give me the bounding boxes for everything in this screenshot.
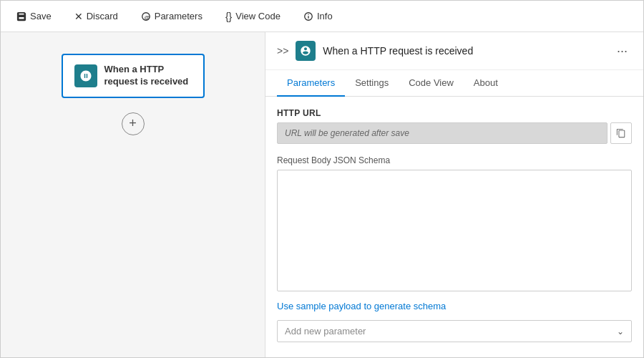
schema-textarea[interactable] xyxy=(277,170,632,291)
tab-parameters[interactable]: Parameters xyxy=(277,70,345,97)
info-button[interactable]: Info xyxy=(299,8,337,24)
add-parameter-text: Add new parameter xyxy=(285,326,617,337)
tab-settings[interactable]: Settings xyxy=(345,70,399,97)
panel-tabs: Parameters Settings Code View About xyxy=(265,70,643,97)
url-field: URL will be generated after save xyxy=(277,122,608,144)
generate-schema-link[interactable]: Use sample payload to generate schema xyxy=(277,301,446,311)
save-button[interactable]: Save xyxy=(12,8,56,24)
copy-url-button[interactable] xyxy=(610,122,632,144)
canvas-panel: When a HTTP request is received + xyxy=(1,32,265,358)
panel-title: When a HTTP request is received xyxy=(323,45,605,57)
add-step-button[interactable]: + xyxy=(122,112,145,135)
parameters-label: Parameters xyxy=(155,11,203,21)
main-area: When a HTTP request is received + >> Whe… xyxy=(1,32,643,358)
discard-label: Discard xyxy=(87,11,118,21)
tab-about[interactable]: About xyxy=(464,70,508,97)
panel-node-icon xyxy=(296,41,316,61)
node-label: When a HTTP request is received xyxy=(104,64,192,88)
panel-menu-button[interactable]: ··· xyxy=(613,42,632,60)
url-field-wrapper: URL will be generated after save xyxy=(277,122,632,144)
chevron-down-icon: ⌄ xyxy=(617,326,624,337)
tab-code-view[interactable]: Code View xyxy=(399,70,464,97)
panel-header: >> When a HTTP request is received ··· xyxy=(265,32,643,70)
svg-point-4 xyxy=(308,14,308,14)
parameters-button[interactable]: @ Parameters xyxy=(137,8,207,24)
svg-text:@: @ xyxy=(144,14,150,20)
collapse-icon[interactable]: >> xyxy=(277,45,288,57)
view-code-icon: {} xyxy=(225,11,232,22)
save-label: Save xyxy=(30,11,52,21)
node-icon xyxy=(74,64,97,87)
discard-button[interactable]: ✕ Discard xyxy=(70,8,122,25)
panel-content: HTTP URL URL will be generated after sav… xyxy=(265,97,643,358)
toolbar: Save ✕ Discard @ Parameters {} View Code… xyxy=(1,1,643,32)
parameters-icon: @ xyxy=(141,11,151,21)
view-code-button[interactable]: {} View Code xyxy=(221,8,285,25)
detail-panel: >> When a HTTP request is received ··· P… xyxy=(265,32,643,358)
add-step-icon: + xyxy=(129,116,137,131)
info-label: Info xyxy=(317,11,333,21)
view-code-label: View Code xyxy=(235,11,280,21)
schema-label: Request Body JSON Schema xyxy=(277,155,632,165)
discard-icon: ✕ xyxy=(74,11,83,22)
info-icon xyxy=(303,11,313,21)
http-url-label: HTTP URL xyxy=(277,108,632,118)
save-icon xyxy=(16,11,26,21)
action-node[interactable]: When a HTTP request is received xyxy=(62,54,205,98)
add-parameter-dropdown[interactable]: Add new parameter ⌄ xyxy=(277,320,632,342)
